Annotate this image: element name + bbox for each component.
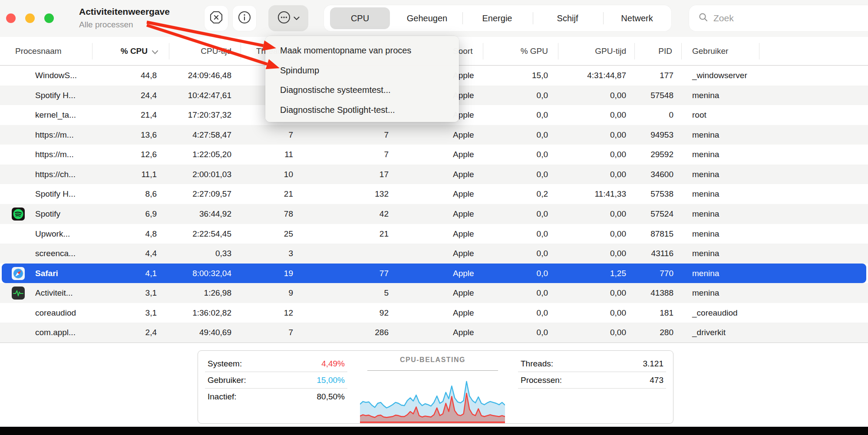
cell-gpu-tijd: 0,00 xyxy=(560,204,626,224)
cell-gpu: 0,0 xyxy=(499,283,548,303)
cell-pid: 177 xyxy=(630,66,673,86)
search-field[interactable] xyxy=(689,5,868,31)
cell-pid: 57538 xyxy=(630,184,673,204)
table-row[interactable]: Activiteit...3,11:26,9895Apple0,00,00413… xyxy=(0,283,868,303)
chevron-down-icon xyxy=(294,14,300,22)
view-tabs: CPU Geheugen Energie Schijf Netwerk xyxy=(324,5,671,31)
tab-geheugen[interactable]: Geheugen xyxy=(393,5,461,31)
table-row[interactable]: Upwork...4,82:22:54,452521Apple0,00,0087… xyxy=(0,224,868,244)
cell-pid: 0 xyxy=(630,105,673,125)
cell-gpu: 0,0 xyxy=(499,86,548,105)
table-row[interactable]: Spotify6,936:44,927842Apple0,00,0057524m… xyxy=(0,204,868,224)
cell-cpu: 2,4 xyxy=(87,323,157,343)
cell-gpu: 0,0 xyxy=(499,165,548,185)
menu-item-sample-process[interactable]: Maak momentopname van proces xyxy=(265,41,459,61)
cell-threads: 3 xyxy=(243,244,293,264)
column-header-procesnaam[interactable]: Procesnaam xyxy=(15,37,62,65)
column-header-cpu[interactable]: % CPU xyxy=(87,37,148,65)
counts-panel: Threads: 3.121 Processen: 473 xyxy=(511,350,673,424)
cell-cpu-tijd: 1:26,98 xyxy=(169,283,231,303)
column-header-cpu-tijd[interactable]: CPU-tijd xyxy=(169,37,231,65)
cell-gpu: 0,2 xyxy=(499,184,548,204)
table-row[interactable]: https://m...12,61:22:05,20117Apple0,00,0… xyxy=(0,145,868,165)
column-divider xyxy=(241,43,241,59)
table-row[interactable]: com.appl...2,449:40,697286Apple0,00,0028… xyxy=(0,323,868,343)
cell-procesnaam: Upwork... xyxy=(35,224,70,244)
cell-gpu: 0,0 xyxy=(499,303,548,323)
cell-gpu-tijd: 11:41,33 xyxy=(560,184,626,204)
spotify-icon xyxy=(12,208,25,221)
cell-pid: 43116 xyxy=(630,244,673,264)
cell-gebruiker: menina xyxy=(692,244,719,264)
cell-cpu: 6,9 xyxy=(87,204,157,224)
cell-cpu: 11,1 xyxy=(87,165,157,185)
cell-gpu-tijd: 0,00 xyxy=(560,283,626,303)
cell-gebruiker: menina xyxy=(692,224,719,244)
table-row[interactable]: Spotify H...8,62:27:09,5721132Apple0,211… xyxy=(0,184,868,204)
cell-cpu-tijd: 17:20:37,32 xyxy=(169,105,231,125)
sort-chevron-down-icon xyxy=(152,49,158,56)
table-row[interactable]: Safari4,18:00:32,041977Apple0,01,25770me… xyxy=(0,264,868,283)
column-divider xyxy=(759,43,759,59)
cell-gebruiker: menina xyxy=(692,86,719,105)
tab-energie[interactable]: Energie xyxy=(464,5,531,31)
table-row[interactable]: screenca...4,40,333Apple0,00,0043116meni… xyxy=(0,244,868,264)
cell-cpu-tijd: 49:40,69 xyxy=(169,323,231,343)
table-row[interactable]: coreaudiod3,11:36:02,821292Apple0,00,001… xyxy=(0,303,868,323)
cell-threads: 9 xyxy=(243,283,293,303)
cell-cpu-tijd: 2:00:01,03 xyxy=(169,165,231,185)
column-header-gebruiker[interactable]: Gebruiker xyxy=(692,37,728,65)
cell-cpu: 4,1 xyxy=(87,264,157,283)
cell-procesnaam: https://m... xyxy=(35,145,74,165)
cell-gpu-tijd: 0,00 xyxy=(560,303,626,323)
cell-gpu-tijd: 0,00 xyxy=(560,125,626,145)
cell-pid: 87815 xyxy=(630,224,673,244)
quit-process-button[interactable] xyxy=(205,6,228,31)
cpu-percentages-panel: Systeem: 4,49% Gebruiker: 15,00% Inactie… xyxy=(198,350,355,424)
zoom-window-button[interactable] xyxy=(44,13,54,23)
cell-procesnaam: https://ch... xyxy=(35,165,76,185)
search-input[interactable] xyxy=(713,13,845,24)
cell-threads: 7 xyxy=(243,323,293,343)
cell-cpu-tijd: 4:27:58,47 xyxy=(169,125,231,145)
ellipsis-circle-icon xyxy=(277,11,290,26)
tab-schijf[interactable]: Schijf xyxy=(534,5,601,31)
stat-value-processen: 473 xyxy=(650,372,663,389)
cell-cpu-tijd: 0,33 xyxy=(169,244,231,264)
cell-pid: 29592 xyxy=(630,145,673,165)
cell-soort: Apple xyxy=(453,165,474,185)
column-divider xyxy=(681,43,682,59)
table-row[interactable]: https://m...13,64:27:58,4777Apple0,00,00… xyxy=(0,125,868,145)
tab-netwerk[interactable]: Netwerk xyxy=(604,5,670,31)
close-window-button[interactable] xyxy=(6,13,16,23)
cell-soort: Apple xyxy=(453,145,474,165)
cell-cpu: 12,6 xyxy=(87,145,157,165)
cell-soort: Apple xyxy=(453,323,474,343)
minimize-window-button[interactable] xyxy=(25,13,35,23)
cell-cpu: 8,6 xyxy=(87,184,157,204)
tab-cpu[interactable]: CPU xyxy=(330,5,390,31)
stat-label: Processen: xyxy=(521,372,562,389)
menu-item-spotlight-diagnose[interactable]: Diagnostische Spotlight-test... xyxy=(265,100,459,120)
cell-gebruiker: _windowserver xyxy=(692,66,747,86)
octagon-x-icon xyxy=(210,11,223,26)
column-header-pid[interactable]: PID xyxy=(628,37,672,65)
actions-menu-button[interactable] xyxy=(268,5,308,31)
column-header-gpu-tijd[interactable]: GPU-tijd xyxy=(560,37,626,65)
cell-cpu-tijd: 8:00:32,04 xyxy=(169,264,231,283)
table-row[interactable]: https://ch...11,12:00:01,031017Apple0,00… xyxy=(0,165,868,185)
cell-idle-wakeups: 286 xyxy=(330,323,389,343)
cell-soort: Apple xyxy=(453,184,474,204)
cell-gpu-tijd: 0,00 xyxy=(560,224,626,244)
cell-pid: 94953 xyxy=(630,125,673,145)
stat-label: Threads: xyxy=(521,356,553,372)
stat-value-gebruiker: 15,00% xyxy=(317,372,345,389)
column-header-gpu[interactable]: % GPU xyxy=(499,37,548,65)
cell-pid: 57524 xyxy=(630,204,673,224)
menu-item-spindump[interactable]: Spindump xyxy=(265,61,459,81)
menu-item-sysdiagnose[interactable]: Diagnostische systeemtest... xyxy=(265,80,459,100)
inspect-process-button[interactable] xyxy=(233,6,256,31)
tab-divider xyxy=(533,12,533,24)
table-bottom-divider xyxy=(0,343,868,343)
cell-cpu: 21,4 xyxy=(87,105,157,125)
